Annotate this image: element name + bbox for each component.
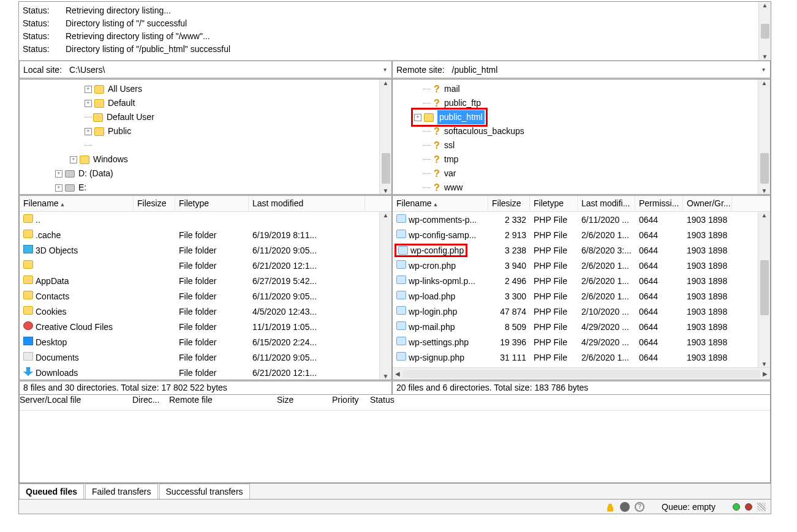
column-header[interactable]: Filetype [530, 196, 578, 211]
list-item[interactable]: Creative Cloud FilesFile folder11/1/2019… [20, 319, 379, 334]
local-file-list[interactable]: ...cacheFile folder6/19/2019 8:11...3D O… [20, 212, 379, 380]
scroll-right-icon[interactable]: ▶ [763, 370, 768, 377]
remote-list-scrollbar[interactable]: ▲ ▼ [758, 212, 770, 367]
chevron-down-icon[interactable]: ▾ [379, 66, 391, 73]
list-item[interactable]: DesktopFile folder6/15/2020 2:24... [20, 334, 379, 350]
column-header[interactable]: Filesize [488, 196, 530, 211]
expand-icon[interactable]: + [55, 184, 62, 192]
remote-tree-scrollbar[interactable]: ▲ ▼ [758, 80, 770, 194]
column-header[interactable]: Direc... [132, 395, 169, 410]
log-message: Retrieving directory listing of "/www"..… [66, 30, 210, 43]
remote-list-hscrollbar[interactable]: ◀ ▶ [393, 367, 770, 380]
remote-tree[interactable]: ?mail?public_ftp+public_html?softaculous… [393, 80, 758, 194]
list-item[interactable]: wp-mail.php8 509PHP File4/29/2020 ...064… [393, 319, 758, 334]
tree-item[interactable]: Default User [23, 110, 376, 124]
resize-grip-icon[interactable] [757, 503, 766, 511]
local-list-scrollbar[interactable]: ▲ ▼ [379, 212, 391, 380]
scroll-up-icon[interactable]: ▲ [383, 212, 389, 219]
tree-item[interactable]: +E: [23, 181, 376, 194]
scroll-thumb[interactable] [760, 260, 769, 315]
column-header[interactable]: Priority [332, 395, 370, 410]
column-header[interactable]: Last modified [249, 196, 365, 211]
scroll-down-icon[interactable]: ▼ [383, 187, 389, 194]
scroll-left-icon[interactable]: ◀ [395, 370, 400, 377]
queue-body[interactable] [20, 411, 770, 482]
status-log[interactable]: Status:Retrieving directory listing...St… [19, 2, 758, 60]
expand-icon[interactable]: + [85, 100, 92, 107]
column-header[interactable]: Owner/Gr... [683, 196, 732, 211]
local-site-input[interactable]: C:\Users\ [66, 65, 379, 75]
column-header[interactable]: Remote file [169, 395, 277, 410]
help-icon[interactable]: ? [635, 502, 644, 512]
tree-item[interactable]: +Windows [23, 152, 376, 167]
list-item[interactable]: wp-links-opml.p...2 496PHP File2/6/2020 … [393, 273, 758, 288]
column-header[interactable]: Filesize [134, 196, 175, 211]
expand-icon[interactable]: + [55, 170, 62, 178]
list-item[interactable]: .cacheFile folder6/19/2019 8:11... [20, 227, 379, 242]
scroll-up-icon[interactable]: ▲ [762, 2, 768, 9]
expand-icon[interactable]: + [85, 86, 92, 93]
remote-file-list[interactable]: wp-comments-p...2 332PHP File6/11/2020 .… [393, 212, 758, 367]
scroll-up-icon[interactable]: ▲ [761, 80, 768, 86]
list-item[interactable]: .. [20, 212, 379, 227]
list-item[interactable]: File folder6/21/2020 12:1... [20, 258, 379, 273]
list-item[interactable]: wp-cron.php3 940PHP File2/6/2020 1...064… [393, 258, 758, 273]
tree-item[interactable]: +All Users [23, 82, 376, 96]
tab-successful-transfers[interactable]: Successful transfers [159, 484, 250, 499]
list-item[interactable]: wp-login.php47 874PHP File2/10/2020 ...0… [393, 304, 758, 319]
list-item[interactable]: wp-settings.php19 396PHP File4/29/2020 .… [393, 334, 758, 350]
column-header[interactable]: Filename▲ [20, 196, 134, 211]
chevron-down-icon[interactable]: ▾ [757, 66, 770, 73]
tree-item[interactable]: +Default [23, 96, 376, 110]
tree-item[interactable]: +D: (Data) [23, 167, 376, 181]
list-item[interactable]: wp-comments-p...2 332PHP File6/11/2020 .… [393, 212, 758, 227]
tree-item[interactable]: ?tmp [396, 152, 754, 167]
list-item[interactable]: wp-load.php3 300PHP File2/6/2020 1...064… [393, 288, 758, 304]
list-item[interactable]: AppDataFile folder6/27/2019 5:42... [20, 273, 379, 288]
expand-icon[interactable]: + [85, 128, 92, 135]
column-header[interactable]: Status [370, 395, 456, 410]
list-item[interactable]: DownloadsFile folder6/21/2020 12:1... [20, 365, 379, 380]
tree-item[interactable] [23, 138, 376, 152]
list-item[interactable]: wp-config.php3 238PHP File6/8/2020 3:...… [393, 242, 758, 258]
tree-item[interactable]: +public_html [396, 110, 754, 124]
expand-icon[interactable]: + [414, 114, 421, 121]
list-item[interactable]: 3D ObjectsFile folder6/11/2020 9:05... [20, 242, 379, 258]
remote-site-input[interactable]: /public_html [448, 65, 757, 75]
hscroll-track[interactable] [402, 370, 760, 378]
list-item[interactable]: wp-config-samp...2 913PHP File2/6/2020 1… [393, 227, 758, 242]
column-header[interactable]: Filename▲ [393, 196, 488, 211]
column-header[interactable]: Filetype [175, 196, 249, 211]
scroll-down-icon[interactable]: ▼ [761, 187, 768, 194]
tree-item[interactable]: ?var [396, 167, 754, 181]
scroll-thumb[interactable] [761, 24, 769, 39]
list-item[interactable]: DocumentsFile folder6/11/2020 9:05... [20, 350, 379, 365]
list-item[interactable]: ContactsFile folder6/11/2020 9:05... [20, 288, 379, 304]
list-item[interactable]: wp-signup.php31 111PHP File2/6/2020 1...… [393, 350, 758, 365]
scroll-up-icon[interactable]: ▲ [383, 80, 389, 86]
column-header[interactable]: Last modifi... [578, 196, 635, 211]
scroll-down-icon[interactable]: ▼ [762, 53, 768, 60]
column-header[interactable]: Server/Local file [20, 395, 132, 410]
scroll-thumb[interactable] [382, 153, 390, 184]
tree-item[interactable]: +Public [23, 124, 376, 138]
local-tree-scrollbar[interactable]: ▲ ▼ [379, 80, 391, 194]
expand-icon[interactable]: + [70, 156, 77, 163]
list-item[interactable]: CookiesFile folder4/5/2020 12:43... [20, 304, 379, 319]
tab-queued-files[interactable]: Queued files [19, 484, 84, 499]
gear-icon[interactable] [620, 502, 630, 512]
scroll-up-icon[interactable]: ▲ [761, 212, 768, 219]
local-tree[interactable]: +All Users+DefaultDefault User+Public+Wi… [20, 80, 379, 194]
column-header[interactable]: Permissi... [635, 196, 683, 211]
scroll-down-icon[interactable]: ▼ [383, 373, 389, 380]
scroll-thumb[interactable] [760, 153, 769, 184]
lock-icon[interactable] [605, 502, 615, 512]
tree-item[interactable]: ?www [396, 181, 754, 194]
tree-item[interactable]: ?mail [396, 82, 754, 96]
log-scrollbar[interactable]: ▲ ▼ [758, 2, 771, 60]
tab-failed-transfers[interactable]: Failed transfers [85, 484, 157, 499]
tree-item[interactable]: ?ssl [396, 138, 754, 152]
tree-item[interactable]: ?softaculous_backups [396, 124, 754, 138]
scroll-down-icon[interactable]: ▼ [761, 361, 768, 367]
column-header[interactable]: Size [277, 395, 332, 410]
